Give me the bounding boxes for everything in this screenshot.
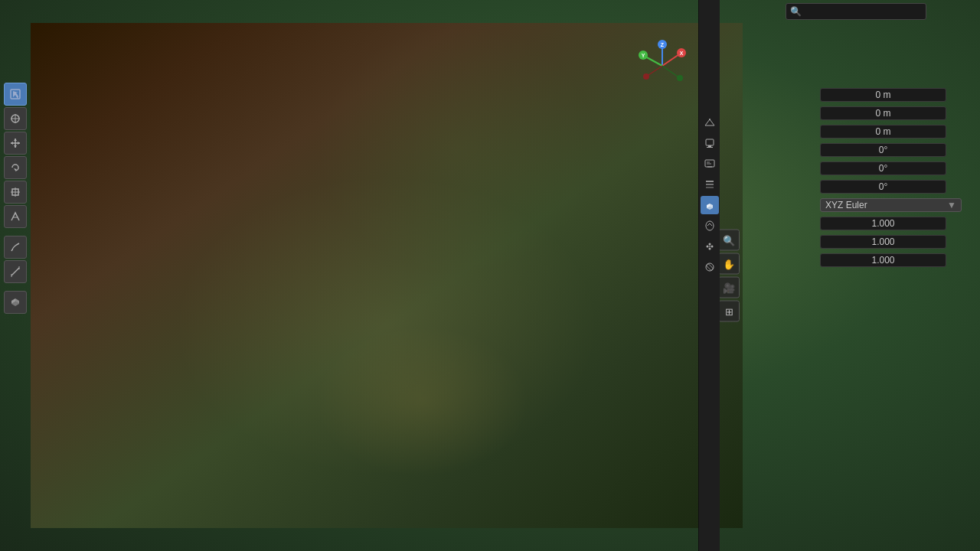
svg-line-26 <box>645 57 662 66</box>
rotate-tool-button[interactable] <box>4 156 27 179</box>
svg-marker-8 <box>14 145 17 148</box>
svg-text:Z: Z <box>661 42 665 47</box>
svg-marker-7 <box>14 139 17 141</box>
scene-warm-light <box>315 326 529 478</box>
svg-rect-46 <box>706 184 714 185</box>
svg-line-31 <box>662 66 678 77</box>
viewport-right-buttons: 🔍 ✋ 🎥 ⊞ <box>718 230 740 322</box>
sidebar-modifier-icon[interactable] <box>701 217 719 235</box>
svg-marker-1 <box>13 91 18 99</box>
scale-x-field[interactable]: 1.000 <box>820 217 946 230</box>
svg-point-48 <box>706 246 708 248</box>
location-x-field[interactable]: 0 m <box>820 88 946 102</box>
transform-tool-button[interactable] <box>4 205 27 228</box>
zoom-button[interactable]: 🔍 <box>718 230 740 251</box>
svg-rect-39 <box>708 145 711 147</box>
location-y-value: 0 m <box>875 108 890 119</box>
scale-y-field[interactable]: 1.000 <box>820 235 946 249</box>
rotation-mode-dropdown[interactable]: XYZ Euler ▼ <box>820 198 962 212</box>
sidebar-viewlayer-icon[interactable] <box>701 175 719 194</box>
svg-point-51 <box>708 248 710 250</box>
viewport-gizmo[interactable]: Z X Y <box>632 35 701 104</box>
svg-point-30 <box>643 73 649 80</box>
svg-point-50 <box>710 246 713 248</box>
svg-marker-10 <box>18 142 20 145</box>
scale-x-value: 1.000 <box>871 218 894 229</box>
location-z-field[interactable]: 0 m <box>820 125 946 139</box>
scale-tool-button[interactable] <box>4 181 27 204</box>
rotation-mode-arrow: ▼ <box>947 200 956 210</box>
sidebar-physics-icon[interactable] <box>701 258 719 276</box>
add-cube-tool-button[interactable] <box>4 291 27 314</box>
sidebar-object-icon[interactable] <box>701 196 719 214</box>
svg-rect-41 <box>705 160 714 167</box>
location-y-field[interactable]: 0 m <box>820 106 946 120</box>
left-toolbar <box>0 0 31 551</box>
sidebar-scene-icon[interactable] <box>701 113 719 132</box>
move-tool-button[interactable] <box>4 132 27 155</box>
scale-z-value: 1.000 <box>871 255 894 266</box>
properties-icon-sidebar <box>698 0 720 551</box>
svg-text:X: X <box>680 51 684 56</box>
svg-rect-40 <box>707 147 713 148</box>
svg-point-32 <box>677 75 683 81</box>
select-tool-button[interactable] <box>4 83 27 106</box>
svg-line-29 <box>648 66 662 75</box>
svg-text:Y: Y <box>642 53 645 58</box>
measure-tool-button[interactable] <box>4 260 27 283</box>
sidebar-particle-icon[interactable] <box>701 237 719 256</box>
svg-line-17 <box>11 268 19 276</box>
camera-button[interactable]: 🎥 <box>718 277 740 298</box>
grid-button[interactable]: ⊞ <box>718 301 740 322</box>
location-x-value: 0 m <box>875 90 890 100</box>
scale-z-field[interactable]: 1.000 <box>820 253 946 267</box>
svg-point-49 <box>708 243 710 246</box>
svg-marker-9 <box>11 142 13 145</box>
pan-button[interactable]: ✋ <box>718 253 740 275</box>
rotation-z-value: 0° <box>879 181 887 192</box>
svg-rect-38 <box>706 139 714 145</box>
sidebar-output-icon[interactable] <box>701 155 719 173</box>
svg-line-23 <box>662 54 679 66</box>
properties-search-input[interactable] <box>786 3 926 20</box>
rotation-y-field[interactable]: 0° <box>820 161 946 175</box>
svg-point-52 <box>709 246 710 247</box>
sidebar-render-icon[interactable] <box>701 134 719 152</box>
svg-rect-45 <box>706 181 714 182</box>
rotation-z-field[interactable]: 0° <box>820 180 946 194</box>
svg-rect-47 <box>706 187 714 188</box>
svg-point-37 <box>709 119 710 120</box>
annotate-tool-button[interactable] <box>4 236 27 259</box>
rotation-x-field[interactable]: 0° <box>820 143 946 157</box>
search-container: 🔍 <box>786 3 960 20</box>
scene-foliage-light <box>315 23 600 276</box>
location-z-value: 0 m <box>875 126 890 137</box>
rotation-y-value: 0° <box>879 163 887 174</box>
scale-y-value: 1.000 <box>871 236 894 247</box>
rotation-mode-value: XYZ Euler <box>825 200 867 210</box>
cursor-tool-button[interactable] <box>4 107 27 130</box>
rotation-x-value: 0° <box>879 145 887 155</box>
